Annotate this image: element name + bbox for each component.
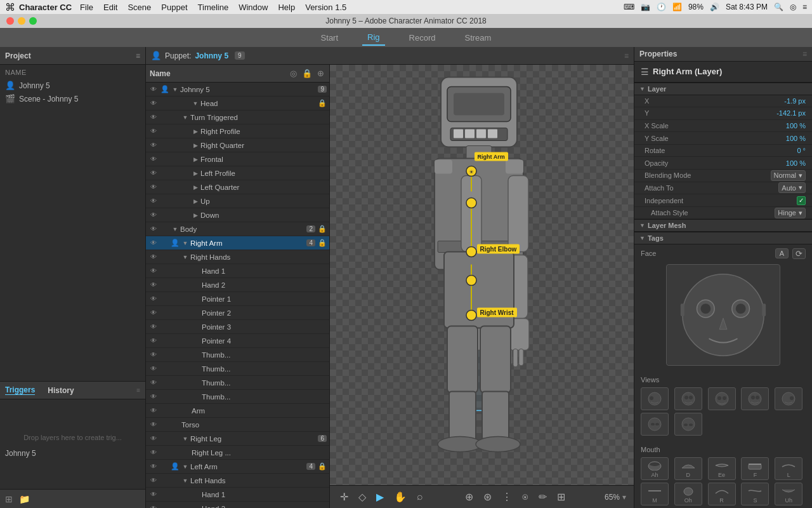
mouth-uh[interactable]: Uh bbox=[775, 483, 802, 505]
maximize-button[interactable] bbox=[29, 17, 37, 25]
visibility-icon[interactable]: 👁 bbox=[148, 211, 159, 218]
expand-icon[interactable]: ▼ bbox=[192, 100, 199, 107]
brush-tool[interactable]: ✏ bbox=[536, 488, 549, 505]
visibility-icon[interactable]: 👁 bbox=[148, 421, 159, 428]
layer-row[interactable]: 👁 ▶ Right Quarter bbox=[146, 138, 329, 152]
visibility-icon[interactable]: 👁 bbox=[148, 407, 159, 414]
triggers-tab[interactable]: Triggers bbox=[5, 385, 35, 395]
menu-help[interactable]: Help bbox=[273, 3, 299, 12]
view-thumb-3[interactable] bbox=[708, 387, 736, 410]
layer-row[interactable]: 👁 ▼ Right Leg 6 bbox=[146, 432, 329, 446]
visibility-icon[interactable]: 👁 bbox=[148, 114, 159, 121]
layer-row[interactable]: 👁 ▶ Right Profile bbox=[146, 124, 329, 138]
project-menu-icon[interactable]: ≡ bbox=[136, 51, 140, 60]
visibility-icon[interactable]: 👁 bbox=[148, 267, 159, 274]
mouth-oh[interactable]: Oh bbox=[674, 483, 702, 505]
layer-row[interactable]: 👁 Hand 1 bbox=[146, 264, 329, 278]
layer-row[interactable]: 👁 Hand 1 bbox=[146, 488, 329, 502]
siri-icon[interactable]: ◎ bbox=[790, 3, 796, 11]
apple-menu[interactable]: ⌘ bbox=[5, 1, 15, 13]
project-item-character[interactable]: 👤 Johnny 5 bbox=[0, 79, 145, 92]
notifications-icon[interactable]: ≡ bbox=[802, 3, 807, 11]
tab-record[interactable]: Record bbox=[404, 30, 441, 45]
menu-window[interactable]: Window bbox=[234, 3, 272, 12]
expand-icon[interactable]: ▼ bbox=[181, 464, 189, 470]
prop-rotate-value[interactable]: 0 ° bbox=[755, 147, 806, 154]
layer-row[interactable]: 👁 Thumb... bbox=[146, 348, 329, 362]
view-thumb-6[interactable] bbox=[641, 413, 669, 436]
grid-icon[interactable]: ⊞ bbox=[5, 494, 13, 504]
layer-section-header[interactable]: ▼ Layer bbox=[634, 83, 812, 95]
menu-timeline[interactable]: Timeline bbox=[193, 3, 233, 12]
puppet-menu-icon[interactable]: ≡ bbox=[624, 51, 629, 60]
visibility-icon[interactable]: 👁 bbox=[148, 337, 159, 344]
layer-row[interactable]: 👁 ▼ Body 2 🔒 bbox=[146, 222, 329, 236]
view-thumb-7[interactable] bbox=[674, 413, 702, 436]
airplay-icon[interactable]: ⌨ bbox=[624, 3, 634, 11]
visibility-icon[interactable]: 👁 bbox=[148, 225, 159, 232]
expand-icon[interactable]: ▼ bbox=[181, 114, 189, 121]
close-button[interactable] bbox=[6, 17, 14, 25]
layer-row[interactable]: 👁 Thumb... bbox=[146, 390, 329, 404]
visibility-icon[interactable]: 👁 bbox=[148, 100, 159, 107]
view-thumb-1[interactable] bbox=[641, 387, 669, 410]
visibility-icon[interactable]: 👁 bbox=[148, 505, 159, 508]
prop-y-scale-value[interactable]: 100 % bbox=[755, 135, 806, 142]
expand-icon[interactable]: ▶ bbox=[192, 156, 199, 163]
visibility-icon[interactable]: 👁 bbox=[148, 295, 159, 302]
mouth-s[interactable]: S bbox=[741, 483, 769, 505]
expand-icon[interactable]: ▶ bbox=[192, 128, 199, 135]
prop-opacity-value[interactable]: 100 % bbox=[755, 159, 806, 167]
expand-icon[interactable]: ▼ bbox=[171, 226, 179, 232]
tab-stream[interactable]: Stream bbox=[460, 30, 497, 45]
visibility-icon[interactable]: 👁 bbox=[148, 253, 159, 260]
hand-tool[interactable]: ✋ bbox=[391, 488, 409, 505]
expand-icon[interactable]: ▼ bbox=[181, 240, 189, 246]
camera-icon[interactable]: 📷 bbox=[641, 3, 650, 11]
attach-to-select[interactable]: Auto ▾ bbox=[778, 182, 806, 193]
visibility-icon[interactable]: 👁 bbox=[148, 142, 159, 149]
layer-row[interactable]: 👁 ▶ Left Quarter bbox=[146, 180, 329, 194]
layer-row[interactable]: 👁 👤 ▼ Johnny 5 9 bbox=[146, 83, 329, 97]
mesh-tool[interactable]: ⋮ bbox=[499, 488, 514, 505]
layer-mesh-section[interactable]: ▼ Layer Mesh bbox=[634, 219, 812, 232]
layer-row[interactable]: 👁 Pointer 2 bbox=[146, 306, 329, 320]
expand-icon[interactable]: ▼ bbox=[181, 254, 189, 260]
volume-icon[interactable]: 🔊 bbox=[710, 3, 719, 11]
tag-tool[interactable]: ⊛ bbox=[481, 488, 494, 505]
add-behavior-icon[interactable]: ⊕ bbox=[316, 67, 325, 79]
layer-row[interactable]: 👁 ▶ Frontal bbox=[146, 152, 329, 166]
folder-icon[interactable]: 📁 bbox=[19, 494, 30, 504]
layer-row[interactable]: 👁 ▼ Turn Triggered bbox=[146, 110, 329, 124]
blending-mode-select[interactable]: Normal ▾ bbox=[771, 170, 806, 181]
expand-icon[interactable]: ▶ bbox=[192, 212, 199, 218]
visibility-icon[interactable]: 👁 bbox=[148, 309, 159, 316]
expand-icon[interactable]: ▶ bbox=[192, 142, 199, 149]
visibility-icon[interactable]: 👁 bbox=[148, 239, 159, 246]
layer-row[interactable]: 👁 Pointer 1 bbox=[146, 292, 329, 306]
independent-checkbox[interactable]: ✓ bbox=[797, 196, 806, 205]
layer-row[interactable]: 👁 Pointer 3 bbox=[146, 320, 329, 334]
prop-x-value[interactable]: -1.9 px bbox=[755, 97, 806, 105]
anchor-tool[interactable]: ⊕ bbox=[462, 488, 476, 505]
visibility-icon[interactable]: 👁 bbox=[148, 197, 159, 204]
visibility-icon[interactable]: 👁 bbox=[148, 128, 159, 135]
visibility-icon[interactable]: 👁 bbox=[148, 393, 159, 400]
visibility-icon[interactable]: 👁 bbox=[148, 365, 159, 372]
visibility-icon[interactable]: 👁 bbox=[148, 491, 159, 498]
layer-row[interactable]: 👁 Arm bbox=[146, 404, 329, 418]
visibility-icon[interactable]: 👁 bbox=[148, 281, 159, 288]
mouth-ah[interactable]: Ah bbox=[641, 457, 669, 480]
visibility-icon[interactable]: 👁 bbox=[148, 184, 159, 190]
prop-y-value[interactable]: -142.1 px bbox=[755, 109, 806, 117]
expand-icon[interactable]: ▼ bbox=[181, 478, 189, 484]
expand-icon[interactable]: ▼ bbox=[171, 86, 179, 93]
solo-icon[interactable]: ◎ bbox=[289, 67, 298, 79]
history-tab[interactable]: History bbox=[48, 386, 74, 395]
mouth-r[interactable]: R bbox=[708, 483, 736, 505]
layer-row[interactable]: 👁 ▶ Up bbox=[146, 194, 329, 208]
lock-icon[interactable]: 🔒 bbox=[318, 99, 327, 107]
visibility-icon[interactable]: 👁 bbox=[148, 477, 159, 484]
expand-icon[interactable]: ▶ bbox=[192, 170, 199, 177]
visibility-icon[interactable]: 👁 bbox=[148, 449, 159, 456]
